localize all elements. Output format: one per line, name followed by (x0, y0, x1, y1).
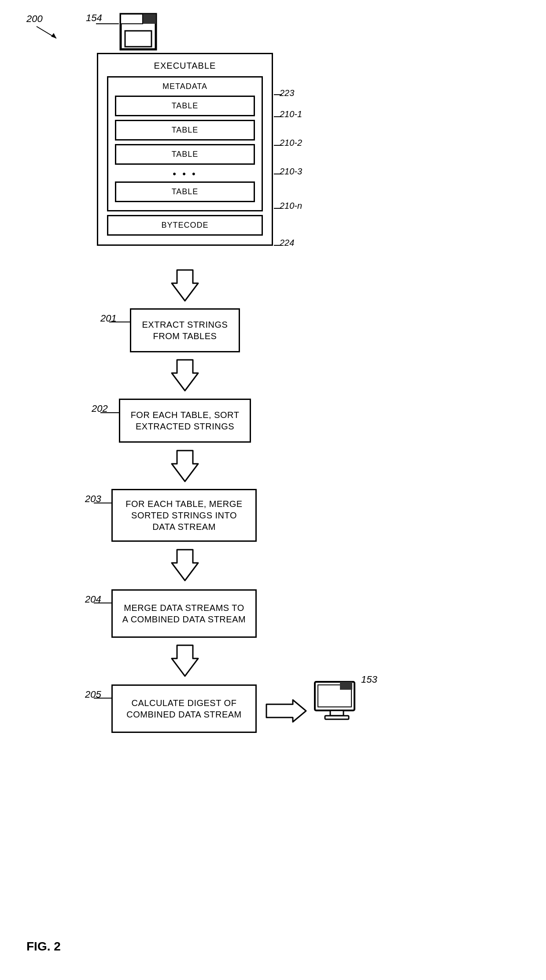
ref-line-205 (94, 695, 112, 701)
step-202-text: FOR EACH TABLE, SORTEXTRACTED STRINGS (131, 409, 240, 432)
arrow-down-5 (167, 643, 203, 678)
ref-line-210-2 (274, 142, 283, 148)
figure-label: FIG. 2 (26, 939, 61, 954)
svg-rect-27 (325, 716, 349, 719)
table-box-1: TABLE (115, 96, 255, 116)
step-203-text: FOR EACH TABLE, MERGESORTED STRINGS INTO… (123, 496, 244, 535)
arrow-200-icon (34, 24, 61, 42)
ref-line-224 (274, 242, 283, 248)
svg-marker-15 (172, 360, 198, 391)
right-arrow-icon (264, 698, 308, 724)
svg-marker-21 (172, 645, 198, 676)
ref-line-210-n (274, 205, 283, 211)
ref-210-1: 210-1 (280, 109, 302, 119)
table-box-n: TABLE (115, 181, 255, 202)
ref-210-2: 210-2 (280, 138, 302, 148)
ref-line-203 (94, 500, 112, 506)
executable-box: EXECUTABLE METADATA TABLE TABLE TABLE • … (97, 53, 273, 246)
arrow-down-2 (167, 358, 203, 393)
ref-210-n: 210-n (280, 201, 302, 211)
ref-line-210-3 (274, 171, 283, 177)
arrow-down-1 (167, 268, 203, 303)
step-205-box: CALCULATE DIGEST OFCOMBINED DATA STREAM (111, 684, 257, 733)
step-203-box: FOR EACH TABLE, MERGESORTED STRINGS INTO… (111, 489, 257, 542)
svg-marker-23 (266, 700, 306, 722)
step-204-box: MERGE DATA STREAMS TOA COMBINED DATA STR… (111, 589, 257, 638)
arrow-down-3 (167, 448, 203, 484)
ref-line-223 (274, 92, 283, 98)
ref-line-202 (100, 410, 120, 416)
ref-210-3: 210-3 (280, 166, 302, 177)
executable-label: EXECUTABLE (107, 61, 263, 71)
device-icon-153 (313, 680, 361, 730)
step-205-text: CALCULATE DIGEST OFCOMBINED DATA STREAM (124, 695, 244, 722)
table-box-3: TABLE (115, 144, 255, 165)
step-204-text: MERGE DATA STREAMS TOA COMBINED DATA STR… (120, 600, 248, 627)
ref-line-210-1 (274, 114, 283, 120)
table-box-2: TABLE (115, 120, 255, 141)
bytecode-box: BYTECODE (107, 215, 263, 236)
svg-marker-17 (172, 451, 198, 481)
svg-marker-1 (51, 33, 56, 38)
step-202-box: FOR EACH TABLE, SORTEXTRACTED STRINGS (119, 399, 251, 443)
svg-marker-13 (172, 270, 198, 301)
metadata-label: METADATA (115, 82, 255, 91)
ref-line-204 (94, 600, 112, 606)
ref-line-154 (96, 19, 122, 28)
ref-153: 153 (361, 674, 377, 685)
diagram-number: 200 (26, 13, 43, 25)
table-dots: • • • (115, 168, 255, 180)
svg-rect-28 (340, 682, 352, 690)
svg-rect-4 (121, 14, 143, 24)
diagram-container: 200 154 EXECUTABLE METADATA TABLE (0, 0, 546, 980)
step-201-box: EXTRACT STRINGSFROM TABLES (130, 308, 240, 352)
step-201-text: EXTRACT STRINGSFROM TABLES (142, 319, 228, 342)
ref-line-201 (109, 319, 131, 325)
svg-marker-19 (172, 550, 198, 581)
metadata-box: METADATA TABLE TABLE TABLE • • • TABLE (107, 76, 263, 211)
svg-rect-5 (125, 31, 151, 47)
disk-icon-154 (119, 12, 158, 53)
svg-rect-26 (330, 710, 343, 716)
arrow-down-4 (167, 547, 203, 583)
